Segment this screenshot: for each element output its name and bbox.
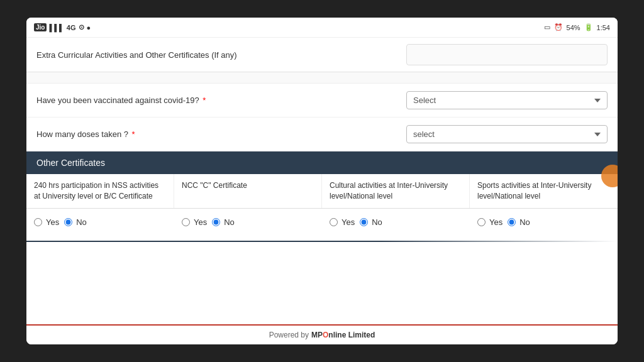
- ncc-yes-radio[interactable]: [182, 218, 190, 226]
- cert-col-1-header: 240 hrs participation in NSS activities …: [26, 174, 174, 208]
- cultural-radio-cell: Yes No: [322, 214, 470, 231]
- network-type: 4G: [67, 24, 76, 31]
- nss-yes-group: Yes: [34, 217, 59, 227]
- cert-radio-row: Yes No Yes No: [26, 209, 618, 236]
- brand-text: MPOnline Limited: [311, 331, 375, 339]
- nss-radio-cell: Yes No: [26, 214, 174, 231]
- cert-col-2-header: NCC "C" Certificate: [174, 174, 322, 208]
- brand-mp: MP: [311, 331, 323, 339]
- alarm-icon: ⏰: [554, 23, 563, 31]
- required-star-vaccinated: *: [201, 96, 206, 105]
- footer: Powered by MPOnline Limited: [26, 324, 618, 344]
- certificates-table: 240 hrs participation in NSS activities …: [26, 174, 618, 236]
- powered-by-text: Powered by: [269, 331, 309, 339]
- form-section: Extra Curricular Activities and Other Ce…: [26, 38, 618, 151]
- nss-yes-radio[interactable]: [34, 218, 42, 226]
- sports-no-radio[interactable]: [508, 218, 516, 226]
- cert-col-4-header: Sports activities at Inter-University le…: [470, 174, 618, 208]
- battery-level: 54%: [567, 24, 580, 31]
- cast-icon: ▭: [544, 23, 550, 31]
- vaccinated-select[interactable]: Select Yes No: [406, 91, 608, 109]
- nss-yes-label: Yes: [46, 217, 59, 227]
- doses-select[interactable]: select 1 2 3: [406, 125, 608, 143]
- cultural-yes-group: Yes: [330, 217, 355, 227]
- status-bar: Jio ▌▌▌ 4G ⊙ ● ▭ ⏰ 54% 🔋 1:54: [26, 18, 618, 38]
- extra-curricular-input[interactable]: [406, 44, 608, 65]
- ncc-no-radio[interactable]: [212, 218, 220, 226]
- nss-no-radio[interactable]: [64, 218, 72, 226]
- sports-no-label: No: [519, 217, 530, 227]
- cultural-yes-label: Yes: [341, 217, 355, 227]
- extra-curricular-label: Extra Curricular Activities and Other Ce…: [36, 50, 394, 60]
- clock: 1:54: [597, 24, 610, 31]
- brand-o: O: [323, 331, 328, 339]
- cert-col-3-header: Cultural activities at Inter-University …: [322, 174, 470, 208]
- nss-no-group: No: [64, 217, 87, 227]
- sports-radio-cell: Yes No: [470, 214, 618, 231]
- status-right: ▭ ⏰ 54% 🔋 1:54: [544, 23, 610, 31]
- status-left: Jio ▌▌▌ 4G ⊙ ●: [34, 23, 91, 31]
- camera-icon: ●: [87, 24, 91, 31]
- divider: [26, 241, 618, 242]
- ncc-no-group: No: [212, 217, 235, 227]
- content-area: Extra Curricular Activities and Other Ce…: [26, 38, 618, 324]
- ncc-yes-label: Yes: [194, 217, 207, 227]
- cultural-no-radio[interactable]: [360, 218, 368, 226]
- brand-rest: nline Limited: [328, 331, 375, 339]
- extra-curricular-row: Extra Curricular Activities and Other Ce…: [26, 38, 618, 72]
- sports-yes-group: Yes: [477, 217, 502, 227]
- doses-row: How many doses taken ? * select 1 2 3: [26, 118, 618, 151]
- battery-icon: 🔋: [584, 23, 593, 31]
- sports-yes-radio[interactable]: [477, 218, 486, 226]
- phone-frame: Jio ▌▌▌ 4G ⊙ ● ▭ ⏰ 54% 🔋 1:54 Extra Curr…: [26, 18, 618, 344]
- carrier-icon: Jio: [34, 23, 47, 31]
- cultural-no-label: No: [372, 217, 382, 227]
- spacer: [26, 72, 618, 84]
- required-star-doses: *: [130, 129, 135, 139]
- wifi-icon: ⊙: [79, 23, 84, 31]
- vaccinated-label: Have you been vaccinated against covid-1…: [36, 96, 394, 105]
- nss-no-label: No: [76, 217, 87, 227]
- cert-header-row: 240 hrs participation in NSS activities …: [26, 174, 618, 209]
- ncc-radio-cell: Yes No: [174, 214, 322, 231]
- sports-no-group: No: [508, 217, 530, 227]
- ncc-no-label: No: [224, 217, 235, 227]
- cultural-yes-radio[interactable]: [330, 218, 338, 226]
- signal-bars: ▌▌▌: [49, 24, 64, 31]
- other-certificates-header: Other Certificates: [26, 151, 618, 174]
- cultural-no-group: No: [360, 217, 382, 227]
- ncc-yes-group: Yes: [182, 217, 207, 227]
- sports-yes-label: Yes: [489, 217, 502, 227]
- doses-label: How many doses taken ? *: [36, 129, 394, 139]
- vaccinated-row: Have you been vaccinated against covid-1…: [26, 84, 618, 118]
